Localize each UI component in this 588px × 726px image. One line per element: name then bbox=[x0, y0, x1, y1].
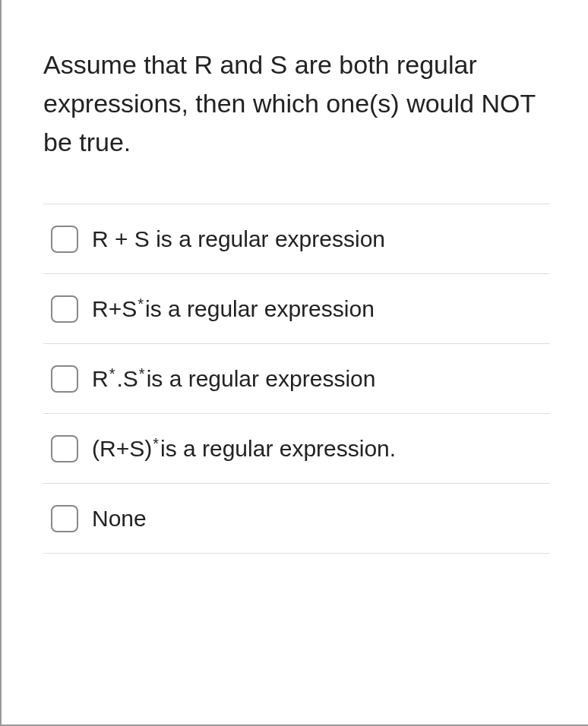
option-row[interactable]: R+S* is a regular expression bbox=[43, 274, 550, 344]
option-label: R*.S* is a regular expression bbox=[92, 364, 375, 393]
option-row[interactable]: R + S is a regular expression bbox=[43, 204, 550, 274]
option-label: R+S* is a regular expression bbox=[92, 294, 375, 324]
question-container: Assume that R and S are both regular exp… bbox=[0, 0, 588, 726]
checkbox[interactable] bbox=[51, 365, 78, 393]
checkbox[interactable] bbox=[51, 435, 78, 462]
option-row[interactable]: None bbox=[43, 484, 550, 554]
options-list: R + S is a regular expressionR+S* is a r… bbox=[43, 204, 550, 554]
checkbox[interactable] bbox=[51, 226, 78, 253]
option-row[interactable]: (R+S)* is a regular expression. bbox=[43, 414, 550, 484]
checkbox[interactable] bbox=[51, 295, 78, 323]
question-text: Assume that R and S are both regular exp… bbox=[43, 46, 550, 162]
option-label: (R+S)* is a regular expression. bbox=[92, 434, 396, 463]
option-row[interactable]: R*.S* is a regular expression bbox=[43, 344, 550, 414]
option-label: None bbox=[92, 503, 147, 533]
option-label: R + S is a regular expression bbox=[92, 224, 385, 254]
checkbox[interactable] bbox=[51, 505, 78, 532]
